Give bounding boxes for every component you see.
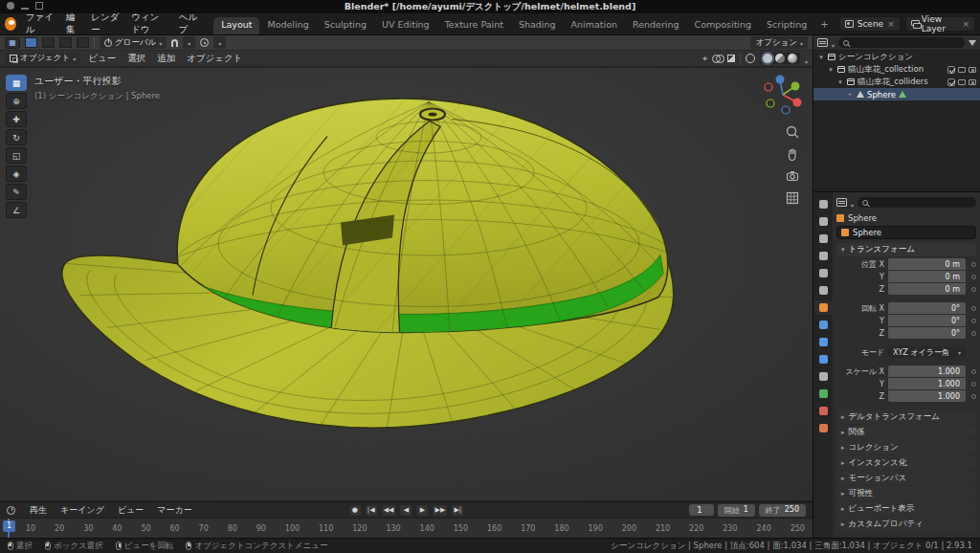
properties-tab-material[interactable] (814, 404, 833, 418)
viewport-menu-item[interactable]: ビュー (82, 51, 122, 67)
shading-solid-button[interactable] (763, 54, 772, 63)
transform-orientation-dropdown[interactable]: グローバル (100, 36, 167, 49)
outliner-row-猫山幸花_colliders[interactable]: ▾猫山幸花_colliders (813, 76, 980, 88)
properties-search-input[interactable] (858, 197, 976, 208)
snap-settings-dropdown[interactable] (183, 36, 195, 49)
viewport-3d[interactable]: ▦⊕✚↻◱◈✎∠ ユーザー・平行投影 (1) シーンコレクション | Spher… (0, 67, 813, 501)
location-y-field[interactable]: 0 m (888, 271, 966, 282)
timeline-menu-item[interactable]: ビュー (112, 502, 149, 519)
workspace-tab-modeling[interactable]: Modeling (259, 17, 316, 34)
disclosure-icon[interactable]: ▾ (817, 54, 825, 61)
timeline-menu-item[interactable]: マーカー (151, 502, 197, 519)
outliner-row-猫山幸花_collection[interactable]: ▾猫山幸花_collection (813, 63, 980, 76)
object-name-field[interactable]: Sphere (836, 226, 976, 239)
mode-dropdown[interactable]: オブジェクト (5, 53, 80, 65)
workspace-tab-compositing[interactable]: Compositing (687, 17, 760, 34)
select-mode-new-button[interactable] (25, 37, 37, 48)
timeline-ruler[interactable]: 1 10203040506070809010011012013014015016… (0, 518, 813, 538)
animate-decorator-icon[interactable] (971, 319, 976, 323)
tool-transform-button[interactable]: ◈ (6, 166, 27, 182)
scale-y-field[interactable]: 1.000 (888, 378, 966, 389)
rotation-z-field[interactable]: 0° (888, 327, 966, 339)
play-reverse-button[interactable]: ◀ (400, 504, 413, 517)
workspace-tab-scripting[interactable]: Scripting (759, 17, 814, 34)
animate-decorator-icon[interactable] (971, 262, 976, 267)
properties-tab-scene[interactable] (814, 266, 833, 280)
panel-デルタトランスフォーム[interactable]: ▸デルタトランスフォーム (836, 409, 976, 424)
timeline-menu-item[interactable]: キーイング (55, 502, 110, 519)
viewport-visibility-icon[interactable] (958, 67, 966, 73)
select-mode-extend-button[interactable] (42, 37, 55, 48)
helmet-3d-model[interactable] (0, 67, 813, 501)
animate-decorator-icon[interactable] (971, 331, 976, 336)
shading-material-button[interactable] (775, 54, 785, 63)
properties-tab-particles[interactable] (814, 335, 833, 349)
frame-start-field[interactable]: 開始 1 (718, 504, 755, 517)
animate-decorator-icon[interactable] (971, 382, 976, 387)
scale-z-field[interactable]: 1.000 (888, 390, 966, 402)
frame-end-field[interactable]: 終了 250 (759, 504, 806, 517)
panel-関係[interactable]: ▸関係 (836, 425, 976, 439)
location-x-field[interactable]: 0 m (888, 258, 966, 270)
previous-keyframe-button[interactable]: ◀◀ (381, 504, 397, 517)
properties-tab-constraints[interactable] (814, 369, 833, 384)
workspace-tab-sculpting[interactable]: Sculpting (317, 17, 374, 34)
select-mode-subtract-button[interactable] (59, 37, 72, 48)
properties-editor-icon[interactable] (836, 198, 847, 207)
gizmo-y-negative[interactable] (767, 100, 774, 107)
jump-to-end-button[interactable]: ▶| (451, 504, 464, 517)
animate-decorator-icon[interactable] (971, 369, 976, 374)
gizmo-x-axis[interactable] (793, 99, 802, 107)
tool-measure-button[interactable]: ∠ (6, 202, 27, 218)
add-workspace-button[interactable]: + (814, 19, 834, 30)
properties-tab-object[interactable] (814, 300, 833, 315)
properties-tab-view-layer[interactable] (814, 249, 833, 263)
window-maximize-button[interactable] (35, 2, 43, 10)
rotation-y-field[interactable]: 0° (888, 315, 966, 326)
animate-decorator-icon[interactable] (971, 287, 976, 292)
view-layer-remove-button[interactable] (962, 19, 969, 29)
tool-move-button[interactable]: ✚ (6, 111, 27, 127)
zoom-icon[interactable] (785, 124, 800, 140)
active-tool-icon[interactable]: ▦ (5, 37, 20, 49)
shading-wireframe-button[interactable] (746, 54, 755, 63)
exclude-checkbox[interactable] (947, 66, 955, 74)
camera-view-icon[interactable] (785, 168, 800, 184)
workspace-tab-shading[interactable]: Shading (511, 17, 564, 34)
properties-tab-world[interactable] (814, 283, 833, 298)
properties-tab-modifiers[interactable] (814, 318, 833, 332)
options-dropdown[interactable]: オプション (750, 36, 808, 49)
tool-scale-button[interactable]: ◱ (6, 147, 27, 164)
exclude-checkbox[interactable] (947, 78, 955, 86)
viewport-visibility-icon[interactable] (958, 79, 966, 85)
disclosure-icon[interactable]: ▾ (836, 78, 844, 86)
navigation-gizmo[interactable] (761, 73, 805, 117)
location-z-field[interactable]: 0 m (888, 283, 966, 295)
tool-annotate-button[interactable]: ✎ (6, 184, 27, 200)
rotation-x-field[interactable]: 0° (888, 302, 966, 314)
properties-tab-output[interactable] (814, 232, 833, 246)
jump-to-start-button[interactable]: |◀ (365, 504, 378, 517)
filter-icon[interactable] (969, 40, 976, 46)
outliner-row-Sphere[interactable]: •Sphere (813, 88, 980, 100)
disclosure-icon[interactable]: ▾ (827, 66, 835, 74)
breadcrumb-object-name[interactable]: Sphere (848, 213, 877, 223)
properties-tab-render[interactable] (814, 214, 833, 229)
xray-toggle-button[interactable] (727, 55, 735, 62)
gizmo-x-negative[interactable] (765, 83, 772, 91)
rotation-mode-dropdown[interactable]: XYZ オイラー角 (888, 346, 966, 358)
panel-モーションパス[interactable]: ▸モーションパス (836, 471, 976, 485)
viewport-menu-item[interactable]: オブジェクト (181, 51, 248, 67)
app-menu-item[interactable]: レンダー (85, 10, 125, 38)
pan-hand-icon[interactable] (785, 146, 800, 162)
proportional-editing-icon[interactable] (200, 38, 209, 47)
viewport-menu-item[interactable]: 選択 (122, 51, 151, 67)
panel-可視性[interactable]: ▸可視性 (836, 486, 976, 500)
tool-cursor-button[interactable]: ⊕ (6, 93, 27, 109)
timeline-editor-icon[interactable] (7, 506, 15, 515)
animate-decorator-icon[interactable] (971, 306, 976, 311)
overlays-toggle-button[interactable] (712, 55, 723, 62)
disclosure-icon[interactable]: • (846, 91, 854, 99)
properties-tab-tool[interactable] (814, 197, 833, 211)
app-menu-item[interactable]: ウィンドウ (125, 10, 173, 38)
